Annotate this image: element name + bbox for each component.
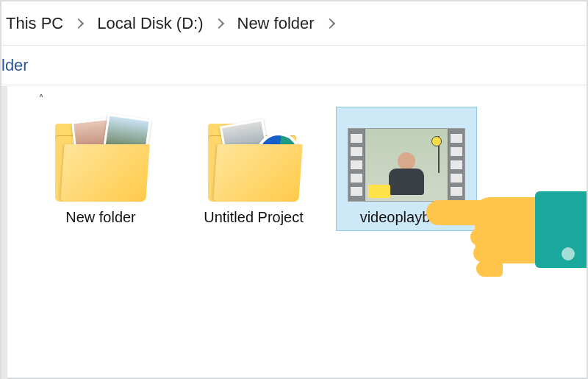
explorer-window: This PC Local Disk (D:) New folder lder … [0,0,588,379]
file-list: ˄ New folder [1,85,587,230]
ribbon-new-folder-label[interactable]: lder [1,56,29,75]
breadcrumb-this-pc[interactable]: This PC [1,11,68,36]
file-item-untitled-project[interactable]: Untitled Project [184,107,323,230]
breadcrumb-bar: This PC Local Disk (D:) New folder [1,1,587,46]
breadcrumb-new-folder[interactable]: New folder [233,11,319,36]
chevron-right-icon[interactable] [74,18,84,28]
breadcrumb-local-disk-d[interactable]: Local Disk (D:) [93,11,207,36]
chevron-right-icon[interactable] [325,18,335,28]
file-item-videoplayback[interactable]: videoplayback [337,107,476,230]
file-item-label: New folder [65,209,136,226]
chevron-right-icon[interactable] [213,18,223,28]
filmstrip-right-icon [448,129,465,201]
file-item-label: videoplayback [360,209,453,226]
video-file-icon [348,113,465,202]
scroll-up-caret-icon[interactable]: ˄ [38,93,44,107]
file-item-label: Untitled Project [204,209,304,226]
folder-icon [195,113,312,202]
ribbon-bar: lder [1,46,587,85]
filmstrip-left-icon [348,129,365,201]
file-item-new-folder[interactable]: New folder [31,107,171,230]
folder-icon [42,113,159,202]
